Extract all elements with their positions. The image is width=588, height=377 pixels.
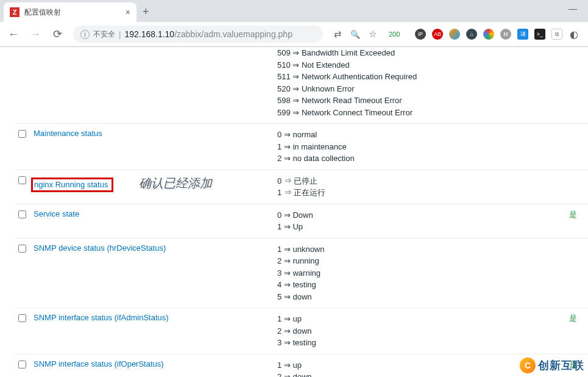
ext-icon-abp[interactable]: AB: [432, 29, 443, 40]
mapping-line: 0 ⇒ 已停止: [277, 175, 560, 187]
mapping-cell: 0 ⇒ 已停止1 ⇒ 正在运行: [274, 170, 564, 204]
mapping-line: 0 ⇒ Down: [277, 209, 560, 221]
mapping-line: 1 ⇒ 正在运行: [277, 187, 560, 199]
mapping-line: 0 ⇒ normal: [277, 129, 560, 141]
mapping-line: 510 ⇒ Not Extended: [277, 59, 560, 71]
mapping-line: 5 ⇒ down: [277, 291, 560, 303]
info-icon[interactable]: i: [80, 30, 90, 39]
ext-icon-m[interactable]: M: [500, 29, 511, 40]
extensions-area: iP AB ⌂ M 译 >_ ⧉ ◐: [415, 29, 583, 40]
mapping-cell: 509 ⇒ Bandwidth Limit Exceeded510 ⇒ Not …: [274, 47, 564, 124]
window-controls: —: [569, 4, 577, 13]
mapping-line: 598 ⇒ Network Read Timeout Error: [277, 95, 560, 107]
mapping-line: 3 ⇒ warning: [277, 267, 560, 279]
valuemap-table: 509 ⇒ Bandwidth Limit Exceeded510 ⇒ Not …: [15, 47, 588, 377]
table-row: SNMP interface status (ifAdminStatus)1 ⇒…: [15, 308, 588, 354]
valuemap-name-link[interactable]: Service state: [34, 209, 79, 218]
yes-flag: 是: [569, 360, 577, 369]
ext-icon-4[interactable]: ◐: [569, 29, 579, 40]
mapping-line: 520 ⇒ Unknown Error: [277, 83, 560, 95]
mapping-line: 511 ⇒ Network Authentication Required: [277, 71, 560, 83]
browser-chrome: Z 配置值映射 × + — ← → ⟳ i 不安全 | 192.168.1.10…: [0, 0, 588, 47]
minimize-icon[interactable]: —: [569, 4, 577, 13]
mapping-line: 2 ⇒ no data collection: [277, 153, 560, 165]
ext-icon-terminal[interactable]: >_: [534, 29, 545, 40]
tab-bar: Z 配置值映射 × + —: [0, 0, 588, 22]
reload-button[interactable]: ⟳: [49, 26, 66, 43]
mapping-line: 3 ⇒ testing: [277, 337, 560, 349]
insecure-label: 不安全: [93, 29, 115, 40]
mapping-line: 599 ⇒ Network Connect Timeout Error: [277, 107, 560, 119]
mapping-line: 1 ⇒ Up: [277, 221, 560, 233]
row-checkbox[interactable]: [18, 176, 26, 184]
valuemap-name-link[interactable]: nginx Running status: [34, 180, 108, 189]
yes-flag: 是: [569, 314, 577, 323]
mapping-line: 1 ⇒ up: [277, 359, 560, 372]
url-field[interactable]: i 不安全 | 192.168.1.10/zabbix/adm.valuemap…: [73, 26, 323, 43]
translate-icon[interactable]: ⇄: [334, 29, 342, 40]
table-row: nginx Running status 确认已经添加0 ⇒ 已停止1 ⇒ 正在…: [15, 170, 588, 204]
row-checkbox[interactable]: [18, 314, 26, 322]
table-row: SNMP device status (hrDeviceStatus)1 ⇒ u…: [15, 238, 588, 308]
mapping-cell: 1 ⇒ up2 ⇒ down3 ⇒ testing4 ⇒ unknown5 ⇒ …: [274, 354, 564, 377]
close-tab-icon[interactable]: ×: [126, 7, 130, 17]
mapping-cell: 0 ⇒ Down1 ⇒ Up: [274, 204, 564, 238]
status-code-badge: 200: [389, 31, 400, 38]
mapping-line: 2 ⇒ running: [277, 255, 560, 267]
valuemap-name-link[interactable]: Maintenance status: [34, 129, 102, 138]
mapping-line: 1 ⇒ up: [277, 313, 560, 325]
new-tab-button[interactable]: +: [143, 5, 149, 18]
yes-flag: 是: [569, 210, 577, 219]
table-row: Maintenance status0 ⇒ normal1 ⇒ in maint…: [15, 124, 588, 170]
row-checkbox[interactable]: [18, 210, 26, 218]
url-text: 192.168.1.10/zabbix/adm.valuemapping.php: [124, 29, 292, 39]
ext-icon-1[interactable]: [449, 29, 460, 40]
ext-icon-2[interactable]: ⌂: [466, 29, 477, 40]
ext-icon-translate[interactable]: 译: [517, 29, 528, 40]
valuemap-name-link[interactable]: SNMP interface status (ifOperStatus): [34, 359, 164, 368]
mapping-line: 2 ⇒ down: [277, 371, 560, 377]
mapping-line: 1 ⇒ unknown: [277, 243, 560, 256]
mapping-cell: 0 ⇒ normal1 ⇒ in maintenance2 ⇒ no data …: [274, 124, 564, 170]
row-checkbox[interactable]: [18, 245, 26, 253]
ext-icon-ip[interactable]: iP: [415, 29, 426, 40]
mapping-cell: 1 ⇒ up2 ⇒ down3 ⇒ testing: [274, 308, 564, 354]
mapping-line: 1 ⇒ in maintenance: [277, 141, 560, 153]
address-bar: ← → ⟳ i 不安全 | 192.168.1.10/zabbix/adm.va…: [0, 22, 588, 46]
valuemap-name-link[interactable]: SNMP device status (hrDeviceStatus): [34, 243, 166, 253]
row-checkbox[interactable]: [18, 130, 26, 138]
zoom-icon[interactable]: 🔍: [350, 30, 360, 39]
mapping-line: 2 ⇒ down: [277, 325, 560, 337]
zabbix-favicon: Z: [10, 7, 19, 17]
mapping-line: 509 ⇒ Bandwidth Limit Exceeded: [277, 47, 560, 59]
page-content: 509 ⇒ Bandwidth Limit Exceeded510 ⇒ Not …: [0, 47, 588, 377]
table-row-partial: 509 ⇒ Bandwidth Limit Exceeded510 ⇒ Not …: [15, 47, 588, 124]
table-row: SNMP interface status (ifOperStatus)1 ⇒ …: [15, 354, 588, 377]
browser-tab[interactable]: Z 配置值映射 ×: [4, 2, 136, 22]
mapping-cell: 1 ⇒ unknown2 ⇒ running3 ⇒ warning4 ⇒ tes…: [274, 238, 564, 308]
forward-button[interactable]: →: [27, 26, 44, 43]
bookmark-star-icon[interactable]: ☆: [369, 29, 377, 40]
mapping-line: 4 ⇒ testing: [277, 279, 560, 291]
valuemap-name-link[interactable]: SNMP interface status (ifAdminStatus): [34, 313, 169, 322]
ext-icon-3[interactable]: ⧉: [551, 29, 562, 40]
table-row: Service state0 ⇒ Down1 ⇒ Up是: [15, 204, 588, 238]
tab-title: 配置值映射: [24, 7, 121, 18]
highlight-box: nginx Running status: [31, 178, 113, 192]
annotation-text: 确认已经添加: [139, 176, 212, 190]
back-button[interactable]: ←: [5, 26, 22, 43]
row-checkbox[interactable]: [18, 361, 26, 368]
ext-icon-chrome[interactable]: [483, 29, 494, 40]
